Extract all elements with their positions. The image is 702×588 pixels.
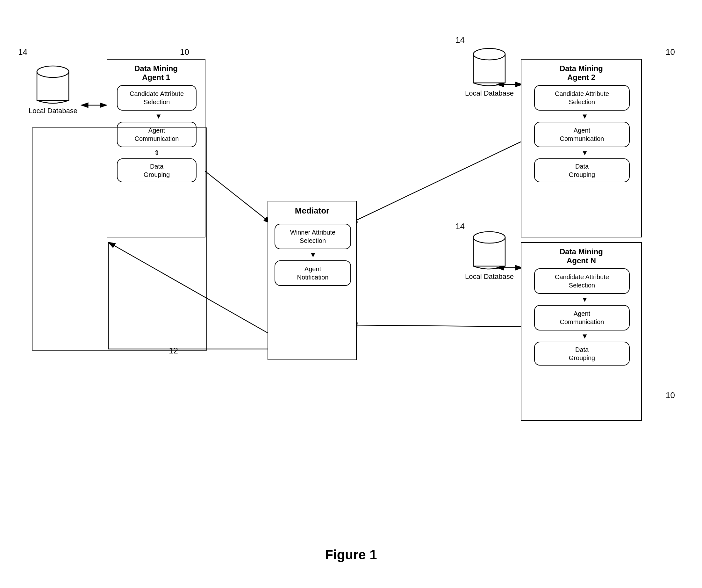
agent1-candidate-attr: Candidate AttributeSelection <box>117 85 197 111</box>
agent2-arrow1: ▼ <box>581 112 588 120</box>
svg-point-21 <box>37 66 69 78</box>
mediator-title: Mediator <box>268 206 356 216</box>
agentN-arrow1: ▼ <box>581 295 588 304</box>
agent2-candidate-attr: Candidate AttributeSelection <box>534 85 630 111</box>
agentN-arrow2: ▼ <box>581 332 588 340</box>
ref-14-topright: 14 <box>456 35 465 45</box>
agent2-grouping: DataGrouping <box>534 159 630 182</box>
agent2-box: Data MiningAgent 2 Candidate AttributeSe… <box>521 59 642 237</box>
agent1-outer-rect <box>32 127 207 351</box>
database-1: Local Database <box>29 64 78 116</box>
ref-10-agent1: 10 <box>180 47 189 57</box>
db2-label: Local Database <box>465 89 514 98</box>
db1-label: Local Database <box>29 106 78 116</box>
database-3: Local Database <box>465 229 514 281</box>
svg-point-23 <box>473 48 505 60</box>
agentN-title: Data MiningAgent N <box>521 247 641 265</box>
mediator-arrow: ▼ <box>310 251 317 259</box>
diagram: 14 10 14 10 14 10 12 Local Database Loca… <box>0 0 702 588</box>
svg-line-15 <box>350 325 521 327</box>
agent2-title: Data MiningAgent 2 <box>521 64 641 82</box>
agentN-grouping: DataGrouping <box>534 341 630 366</box>
agentN-candidate-attr: Candidate AttributeSelection <box>534 268 630 294</box>
agentN-box: Data MiningAgent N Candidate AttributeSe… <box>521 242 642 421</box>
mediator-box: Mediator Winner AttributeSelection ▼ Age… <box>267 201 357 360</box>
svg-line-7 <box>202 169 271 223</box>
ref-14-topleft: 14 <box>18 47 27 57</box>
svg-point-25 <box>473 232 505 243</box>
agent2-arrow2: ▼ <box>581 149 588 157</box>
mediator-winner-attr: Winner AttributeSelection <box>274 224 351 249</box>
mediator-notification: AgentNotification <box>274 260 351 286</box>
db3-label: Local Database <box>465 272 514 281</box>
ref-10-agentN: 10 <box>666 390 675 400</box>
figure-label: Figure 1 <box>325 547 377 563</box>
agent1-title: Data MiningAgent 1 <box>107 64 205 82</box>
svg-line-11 <box>350 142 521 223</box>
agent1-arrow1: ▼ <box>155 112 162 120</box>
ref-10-agent2: 10 <box>666 47 675 57</box>
database-2: Local Database <box>465 46 514 98</box>
agentN-comm: AgentCommunication <box>534 305 630 330</box>
agent2-comm: AgentCommunication <box>534 122 630 147</box>
ref-14-middle: 14 <box>456 221 465 231</box>
